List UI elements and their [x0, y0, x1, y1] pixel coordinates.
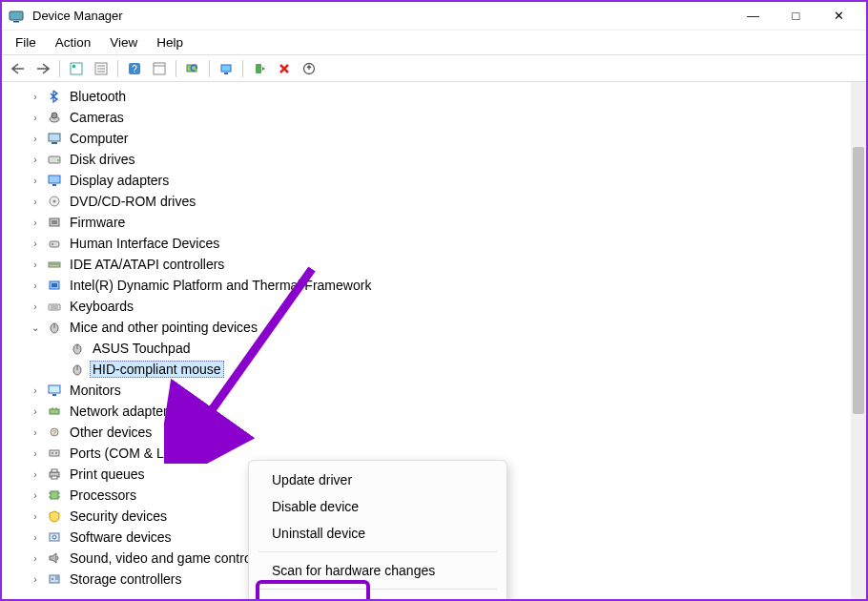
toolbar-separator	[59, 60, 60, 77]
tree-node-other-devices[interactable]: ›?Other devices	[10, 422, 851, 443]
expand-icon[interactable]: ›	[29, 301, 42, 312]
tree-node-bluetooth[interactable]: ›Bluetooth	[10, 86, 851, 107]
expand-icon[interactable]: ›	[29, 134, 42, 144]
tree-node-hid-compliant-mouse[interactable]: HID-compliant mouse	[10, 359, 851, 380]
svg-rect-44	[49, 385, 60, 393]
expand-icon[interactable]: ›	[29, 511, 42, 522]
tree-node-label: IDE ATA/ATAPI controllers	[67, 256, 227, 273]
ctx-disable-device[interactable]: Disable device	[249, 493, 506, 520]
enable-device-button[interactable]	[249, 58, 270, 79]
scan-hardware-button[interactable]	[182, 58, 203, 79]
maximize-button[interactable]: □	[775, 3, 817, 30]
expand-icon[interactable]: ›	[29, 448, 42, 459]
scrollbar-thumb[interactable]	[853, 147, 864, 414]
tree-node-label: Keyboards	[67, 298, 136, 315]
display-icon	[46, 173, 63, 188]
camera-icon	[46, 110, 63, 125]
software-icon	[46, 529, 63, 545]
titlebar[interactable]: Device Manager — □ ✕	[2, 2, 866, 31]
svg-rect-62	[50, 533, 59, 541]
tree-node-display-adapters[interactable]: ›Display adapters	[10, 170, 851, 191]
ctx-separator	[258, 589, 497, 590]
ctx-scan-hardware[interactable]: Scan for hardware changes	[249, 557, 506, 584]
expand-icon[interactable]: ›	[29, 469, 42, 480]
dvd-icon	[46, 194, 63, 209]
expand-icon[interactable]: ›	[29, 574, 42, 585]
tree-node-firmware[interactable]: ›Firmware	[10, 212, 851, 233]
properties-button[interactable]	[91, 58, 112, 79]
expand-icon[interactable]: ›	[29, 280, 42, 291]
monitor-icon	[46, 383, 63, 398]
svg-rect-20	[52, 142, 57, 144]
tree-node-label: Network adapters	[67, 403, 177, 420]
svg-rect-45	[52, 394, 56, 396]
expand-icon[interactable]: ›	[29, 176, 42, 186]
svg-rect-0	[10, 11, 23, 20]
tree-node-label: Other devices	[67, 424, 155, 441]
tree-node-ide-ata-atapi-controllers[interactable]: ›IDE ATA/ATAPI controllers	[10, 254, 851, 275]
close-button[interactable]: ✕	[817, 3, 860, 30]
ctx-properties[interactable]: Properties	[249, 594, 506, 599]
collapse-icon[interactable]: ⌄	[29, 322, 42, 333]
vertical-scrollbar[interactable]	[851, 82, 866, 599]
expand-icon[interactable]: ›	[29, 532, 42, 543]
menu-help[interactable]: Help	[147, 32, 193, 52]
expand-icon[interactable]: ›	[29, 259, 42, 270]
mouse-icon	[46, 320, 63, 335]
mouse-icon	[69, 341, 86, 356]
mouse-icon	[69, 362, 86, 377]
tree-node-human-interface-devices[interactable]: ›Human Interface Devices	[10, 233, 851, 254]
toolbar-separator	[209, 60, 210, 77]
svg-rect-24	[52, 184, 56, 186]
svg-rect-19	[49, 134, 60, 141]
tree-node-monitors[interactable]: ›Monitors	[10, 380, 851, 401]
expand-icon[interactable]: ›	[29, 155, 42, 165]
svg-point-30	[52, 243, 53, 245]
tree-node-disk-drives[interactable]: ›Disk drives	[10, 149, 851, 170]
tree-node-intel-r-dynamic-platform-and-thermal-framework[interactable]: ›Intel(R) Dynamic Platform and Thermal F…	[10, 275, 851, 296]
uninstall-device-button[interactable]	[274, 58, 295, 79]
svg-point-26	[53, 200, 56, 203]
menu-file[interactable]: File	[6, 32, 46, 52]
expand-icon[interactable]: ›	[29, 427, 42, 438]
menu-action[interactable]: Action	[46, 32, 101, 52]
update-driver-button[interactable]	[216, 58, 237, 79]
expand-icon[interactable]: ›	[29, 406, 42, 417]
expand-icon[interactable]: ›	[29, 218, 42, 228]
svg-rect-23	[49, 176, 60, 183]
back-button[interactable]	[8, 58, 29, 79]
expand-icon[interactable]: ›	[29, 113, 42, 123]
disable-device-button[interactable]	[299, 58, 320, 79]
prop-sheet-button[interactable]	[149, 58, 170, 79]
svg-rect-34	[52, 283, 57, 287]
expand-icon[interactable]: ›	[29, 385, 42, 396]
expand-icon[interactable]: ›	[29, 553, 42, 564]
tree-node-label: ASUS Touchpad	[90, 340, 193, 357]
tree-node-dvd-cd-rom-drives[interactable]: ›DVD/CD-ROM drives	[10, 191, 851, 212]
menu-view[interactable]: View	[100, 32, 147, 52]
ctx-uninstall-device[interactable]: Uninstall device	[249, 520, 506, 547]
tree-node-keyboards[interactable]: ›Keyboards	[10, 296, 851, 317]
expand-icon[interactable]: ›	[29, 238, 42, 249]
tree-node-label: Mice and other pointing devices	[67, 319, 260, 336]
minimize-button[interactable]: —	[732, 3, 775, 30]
tree-node-computer[interactable]: ›Computer	[10, 128, 851, 149]
expand-icon[interactable]: ›	[29, 92, 42, 102]
svg-rect-57	[51, 491, 58, 499]
forward-button[interactable]	[32, 58, 53, 79]
show-hidden-button[interactable]	[66, 58, 87, 79]
tree-node-mice-and-other-pointing-devices[interactable]: ⌄Mice and other pointing devices	[10, 317, 851, 338]
expand-icon[interactable]: ›	[29, 197, 42, 207]
tree-node-label: Sound, video and game controllers	[67, 549, 279, 567]
toolbar-separator	[117, 60, 118, 77]
expand-icon[interactable]: ›	[29, 490, 42, 501]
computer-icon	[46, 131, 63, 146]
svg-point-65	[52, 578, 53, 580]
tree-node-cameras[interactable]: ›Cameras	[10, 107, 851, 128]
security-icon	[46, 508, 63, 524]
tree-node-asus-touchpad[interactable]: ASUS Touchpad	[10, 338, 851, 359]
ctx-update-driver[interactable]: Update driver	[249, 466, 506, 493]
tree-node-network-adapters[interactable]: ›Network adapters	[10, 401, 851, 422]
help-button[interactable]: ?	[124, 58, 145, 79]
svg-point-22	[57, 159, 59, 161]
